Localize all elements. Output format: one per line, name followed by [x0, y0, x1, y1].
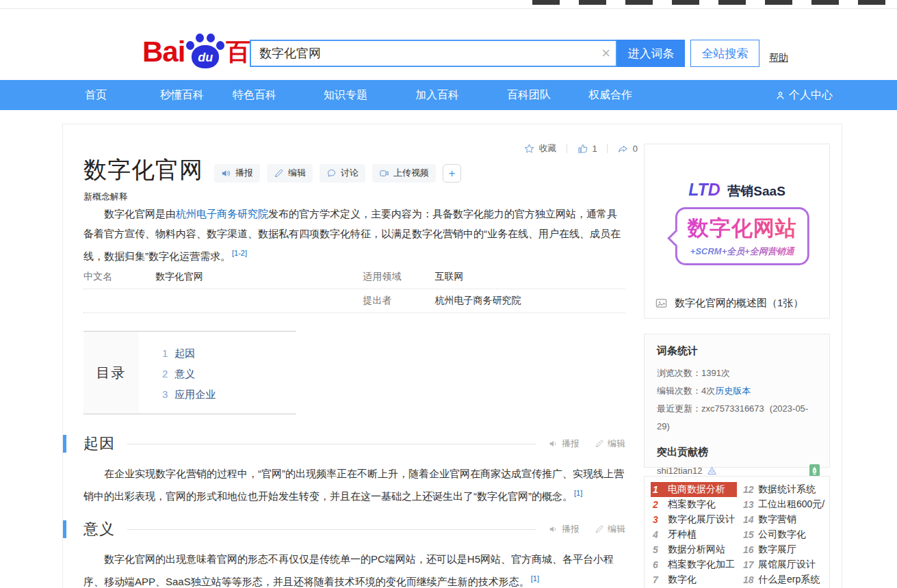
chat-bubble-icon: [326, 168, 337, 178]
hot-item[interactable]: 17展馆展厅设计: [741, 557, 827, 572]
section-edit-button[interactable]: 编辑: [595, 523, 625, 535]
hot-item[interactable]: 6档案数字化加工: [651, 557, 737, 572]
hot-item[interactable]: 12数据统计系统: [741, 482, 827, 497]
discuss-button[interactable]: 讨论: [320, 164, 365, 183]
reference-link[interactable]: [1]: [574, 489, 582, 497]
contributor-name[interactable]: shi12tian12: [657, 466, 703, 476]
hot-item[interactable]: 15公司数字化: [741, 527, 827, 542]
section-cause: 起因 播报 编辑 在企业实现数字化营销的过程中，“官网”的出现频率正在不断上升，: [83, 433, 625, 506]
table-of-contents: 目录 1起因 2意义 3应用企业: [83, 331, 296, 414]
divider: [127, 529, 536, 530]
entry-stats-card: 词条统计 浏览次数：1391次 编辑次数：4次历史版本 最近更新：zxc7573…: [644, 334, 830, 468]
logo-text-bai: Bai: [142, 36, 185, 68]
hot-text: 数字展厅: [758, 544, 796, 556]
inline-link[interactable]: 杭州电子商务研究院: [176, 208, 268, 219]
plus-icon: +: [449, 167, 456, 180]
site-search-button[interactable]: 全站搜索: [690, 40, 759, 67]
section-broadcast-button[interactable]: 播报: [549, 523, 580, 535]
contributor-row: shi12tian12: [657, 466, 817, 476]
infobox-label: 中文名: [83, 271, 155, 283]
hot-item[interactable]: 18什么是erp系统: [741, 572, 827, 587]
toc-number: 1: [162, 347, 168, 359]
help-link[interactable]: 帮助: [769, 52, 788, 64]
browser-tab-stub[interactable]: [532, 0, 560, 5]
toc-item[interactable]: 1起因: [162, 343, 216, 364]
share-button[interactable]: 0: [617, 143, 638, 155]
toc-item[interactable]: 3应用企业: [162, 384, 216, 405]
hot-item[interactable]: 13工位出租600元/: [741, 497, 827, 512]
stats-value: zxc7573316673: [701, 403, 764, 414]
image-gallery-link[interactable]: 数字化官网的概述图（1张）: [654, 297, 803, 310]
nav-item-team[interactable]: 百科团队: [507, 80, 551, 110]
discuss-label: 讨论: [341, 167, 359, 179]
section-text: 在企业实现数字化营销的过程中，“官网”的出现频率正在不断上升，随着企业官网在商家…: [83, 468, 624, 502]
hot-list-left-column: 1电商数据分析 2档案数字化 3数字化展厅设计 4牙种植 5数据分析网站 6档案…: [651, 482, 737, 588]
browser-tab-stubs: [532, 0, 885, 5]
section-edit-button[interactable]: 编辑: [595, 438, 625, 450]
overview-image-card[interactable]: LTD 营销SaaS 数字化网站 +SCRM+全员+全网营销通 数字化官网的概述…: [644, 144, 830, 319]
divider: [567, 144, 567, 153]
like-button[interactable]: 1: [577, 143, 597, 155]
speech-bubble-graphic: 数字化网站 +SCRM+全员+全网营销通: [675, 207, 809, 265]
hot-text: 公司数字化: [758, 529, 806, 541]
hot-item[interactable]: 4牙种植: [651, 527, 737, 542]
site-header: Bai du 百科 × 进入词条 全站搜索 帮助: [0, 10, 897, 80]
hot-item[interactable]: 14数字营销: [741, 512, 827, 527]
browser-tab-stub[interactable]: [811, 0, 839, 5]
clear-search-icon[interactable]: ×: [601, 44, 610, 63]
nav-item-home[interactable]: 首页: [85, 80, 107, 110]
edit-button[interactable]: 编辑: [267, 164, 313, 183]
baidu-baike-page: Bai du 百科 × 进入词条 全站搜索 帮助 首页 秒懂百科 特色百科 知识…: [0, 0, 897, 588]
hot-rank: 16: [743, 544, 755, 555]
hot-rank: 4: [653, 529, 665, 540]
add-button[interactable]: +: [443, 164, 461, 183]
infobox-row: 中文名 数字化官网 适用领域 互联网: [83, 265, 625, 289]
section-title: 起因: [83, 433, 115, 454]
reference-link[interactable]: [1-2]: [232, 249, 247, 257]
hot-item[interactable]: 5数据分析网站: [651, 542, 737, 557]
search-input[interactable]: [251, 41, 616, 66]
hot-item[interactable]: 2档案数字化: [651, 497, 737, 512]
browser-tab-stub[interactable]: [579, 0, 606, 5]
toc-title: 目录: [83, 332, 139, 414]
stats-views-row: 浏览次数：1391次: [657, 364, 817, 382]
favorite-button[interactable]: 收藏: [523, 142, 557, 155]
toc-link[interactable]: 起因: [174, 347, 195, 359]
hot-item[interactable]: 3数字化展厅设计: [651, 512, 737, 527]
nav-item-miaodong[interactable]: 秒懂百科: [160, 80, 204, 110]
toc-link[interactable]: 意义: [174, 368, 195, 379]
browser-tab-stub[interactable]: [718, 0, 746, 5]
upload-video-button[interactable]: 上传视频: [372, 164, 436, 183]
hot-item[interactable]: 1电商数据分析: [651, 482, 737, 497]
nav-item-join[interactable]: 加入百科: [415, 80, 459, 110]
hot-item[interactable]: 16数字展厅: [741, 542, 827, 557]
toc-item[interactable]: 2意义: [162, 364, 216, 384]
nav-item-featured[interactable]: 特色百科: [233, 80, 276, 110]
reference-link[interactable]: [1]: [531, 574, 539, 583]
nav-item-cooperation[interactable]: 权威合作: [588, 80, 632, 110]
browser-tab-stub[interactable]: [672, 0, 699, 5]
enter-entry-button[interactable]: 进入词条: [617, 40, 685, 67]
section-paragraph: 在企业实现数字化营销的过程中，“官网”的出现频率正在不断上升，随着企业官网在商家…: [83, 464, 625, 506]
speaker-icon: [549, 439, 558, 449]
hot-text: 展馆展厅设计: [758, 559, 816, 571]
browser-tab-stub[interactable]: [858, 0, 885, 5]
hot-list-right-column: 12数据统计系统 13工位出租600元/ 14数字营销 15公司数字化 16数字…: [741, 482, 827, 588]
infobox-label: 提出者: [363, 295, 435, 307]
hot-item[interactable]: 7数字化: [651, 572, 737, 587]
nav-item-topics[interactable]: 知识专题: [324, 80, 367, 110]
toc-link[interactable]: 应用企业: [174, 388, 216, 400]
section-broadcast-button[interactable]: 播报: [549, 438, 580, 450]
hot-text: 数据统计系统: [758, 483, 816, 496]
article-subtitle: 新概念解释: [83, 191, 128, 203]
section-tools: 播报 编辑: [549, 438, 625, 450]
video-camera-icon: [379, 168, 389, 178]
contributor-badge-icon[interactable]: [707, 466, 717, 476]
history-versions-link[interactable]: 历史版本: [715, 386, 751, 396]
hot-text: 档案数字化: [668, 498, 716, 511]
browser-tab-stub[interactable]: [625, 0, 653, 5]
browser-tab-stub[interactable]: [765, 0, 792, 5]
broadcast-button[interactable]: 播报: [214, 164, 260, 183]
hot-rank: 1: [653, 484, 665, 495]
user-center-link[interactable]: 个人中心: [775, 80, 833, 110]
